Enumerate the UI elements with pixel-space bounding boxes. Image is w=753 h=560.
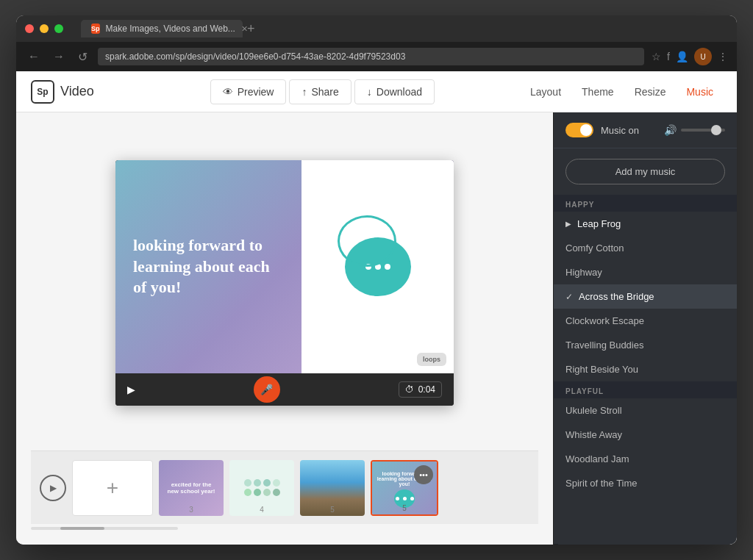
nav-forward-button[interactable]: → — [50, 49, 68, 65]
music-on-label: Music on — [601, 125, 639, 136]
video-slide-right: ⇄ — [301, 160, 454, 373]
video-controls: ▶ 🎤 ⏱ 0:04 — [115, 373, 454, 406]
add-music-button[interactable]: Add my music — [565, 159, 725, 184]
play-indicator-icon: ▶ — [565, 220, 571, 228]
title-bar: Sp Make Images, Videos and Web... ✕ + — [16, 15, 737, 42]
bookmark-icon[interactable]: ☆ — [652, 51, 661, 62]
music-toggle[interactable] — [565, 123, 593, 137]
add-slide-button[interactable]: + — [72, 460, 153, 516]
category-playful: PLAYFUL — [554, 381, 737, 398]
browser-tab[interactable]: Sp Make Images, Videos and Web... ✕ — [81, 20, 243, 37]
slide-more-button[interactable]: ••• — [414, 465, 433, 484]
tab-area: Sp Make Images, Videos and Web... ✕ + — [81, 20, 728, 37]
app-logo: Sp Video — [31, 80, 94, 104]
browser-window: Sp Make Images, Videos and Web... ✕ + ← … — [16, 15, 737, 545]
nav-refresh-button[interactable]: ↺ — [75, 49, 90, 65]
music-panel-scrollbar[interactable] — [554, 544, 558, 545]
nav-theme[interactable]: Theme — [573, 80, 623, 104]
tab-label: Make Images, Videos and Web... — [106, 24, 235, 34]
video-play-button[interactable]: ▶ — [127, 384, 135, 395]
music-item-ukulele-stroll[interactable]: Ukulele Stroll — [554, 398, 737, 423]
music-list: HAPPY ▶ Leap Frog Comfy Cotton Highway — [554, 195, 737, 544]
app-title: Video — [60, 84, 94, 99]
header-nav: Layout Theme Resize Music — [521, 80, 722, 104]
nav-layout[interactable]: Layout — [521, 80, 570, 104]
menu-icon[interactable]: ⋮ — [718, 51, 728, 62]
timeline-scrollbar[interactable] — [31, 527, 178, 530]
music-item-label: Ukulele Stroll — [565, 405, 622, 416]
header-actions: 👁 Preview ↑ Share ↓ Download — [124, 79, 521, 104]
music-item-label: Travelling Buddies — [565, 340, 643, 351]
address-actions: ☆ f 👤 U ⋮ — [652, 48, 728, 65]
volume-slider[interactable] — [681, 129, 725, 132]
video-slide-text: looking forward to learning about each o… — [133, 235, 284, 298]
music-item-label: Right Beside You — [565, 364, 638, 375]
download-icon: ↓ — [367, 86, 372, 98]
nav-resize[interactable]: Resize — [626, 80, 675, 104]
time-display: ⏱ 0:04 — [399, 381, 442, 398]
check-indicator-icon: ✓ — [565, 292, 573, 302]
preview-icon: 👁 — [223, 86, 233, 98]
music-item-leap-frog[interactable]: ▶ Leap Frog — [554, 212, 737, 236]
music-item-right-beside-you[interactable]: Right Beside You — [554, 357, 737, 381]
add-icon: + — [107, 476, 118, 500]
clock-icon: ⏱ — [405, 384, 414, 395]
timeline: ▶ + excited for the new school year! 3 — [31, 450, 538, 524]
mic-button[interactable]: 🎤 — [254, 376, 280, 403]
music-item-clockwork-escape[interactable]: Clockwork Escape — [554, 309, 737, 333]
music-item-label: Comfy Cotton — [565, 243, 624, 254]
music-item-label: Across the Bridge — [579, 291, 654, 302]
chat-bubble-outline — [338, 215, 396, 267]
music-item-label: Highway — [565, 267, 602, 278]
volume-control: 🔊 — [664, 124, 725, 136]
facebook-icon[interactable]: f — [667, 51, 670, 62]
volume-icon: 🔊 — [664, 124, 677, 136]
music-item-woodland-jam[interactable]: Woodland Jam — [554, 447, 737, 471]
mic-icon: 🎤 — [260, 384, 273, 395]
chat-bubble-container — [345, 237, 411, 296]
close-window-button[interactable] — [25, 24, 34, 33]
music-item-highway[interactable]: Highway — [554, 260, 737, 284]
music-panel: Music on 🔊 Add my music HAPPY — [553, 112, 737, 545]
address-input[interactable] — [98, 48, 644, 65]
timeline-slide-current[interactable]: looking forward to learning about each o… — [371, 460, 438, 516]
timeline-slide-5[interactable]: 5 — [300, 460, 365, 516]
app-area: Sp Video 👁 Preview ↑ Share ↓ Download La… — [16, 71, 737, 545]
download-button[interactable]: ↓ Download — [354, 79, 435, 104]
sp-logo-icon: Sp — [31, 80, 54, 104]
share-label: Share — [311, 86, 338, 98]
music-item-label: Leap Frog — [577, 218, 621, 229]
video-frame: looking forward to learning about each o… — [115, 160, 454, 373]
share-button[interactable]: ↑ Share — [289, 79, 351, 104]
new-tab-button[interactable]: + — [247, 21, 255, 37]
maximize-window-button[interactable] — [54, 24, 63, 33]
video-slide-text-area: looking forward to learning about each o… — [115, 160, 301, 373]
nav-music[interactable]: Music — [677, 80, 722, 104]
timeline-play-icon: ▶ — [50, 483, 57, 493]
music-item-across-bridge[interactable]: ✓ Across the Bridge — [554, 284, 737, 309]
download-label: Download — [376, 86, 422, 98]
tab-favicon-icon: Sp — [91, 24, 100, 34]
music-item-travelling-buddies[interactable]: Travelling Buddies — [554, 333, 737, 357]
loopy-badge: loops — [417, 353, 446, 366]
user-avatar[interactable]: U — [694, 48, 712, 65]
music-item-comfy-cotton[interactable]: Comfy Cotton — [554, 236, 737, 260]
slide-3-text: excited for the new school year! — [165, 481, 218, 495]
music-item-label: Spirit of the Time — [565, 478, 638, 489]
timeline-play-button[interactable]: ▶ — [40, 475, 66, 501]
preview-label: Preview — [238, 86, 274, 98]
slide-5-number: 5 — [330, 506, 335, 514]
account-icon[interactable]: 👤 — [676, 51, 688, 62]
preview-button[interactable]: 👁 Preview — [210, 79, 287, 104]
volume-slider-thumb — [711, 125, 721, 135]
timeline-area: ▶ + excited for the new school year! 3 — [31, 450, 538, 530]
timeline-slide-3[interactable]: excited for the new school year! 3 — [159, 460, 224, 516]
more-icon: ••• — [419, 470, 428, 479]
share-icon: ↑ — [301, 86, 307, 98]
nav-back-button[interactable]: ← — [25, 49, 43, 65]
minimize-window-button[interactable] — [40, 24, 49, 33]
music-item-spirit-of-the-time[interactable]: Spirit of the Time — [554, 471, 737, 495]
timeline-slide-4[interactable]: 4 — [229, 460, 294, 516]
music-item-whistle-away[interactable]: Whistle Away — [554, 423, 737, 447]
app-header: Sp Video 👁 Preview ↑ Share ↓ Download La… — [16, 71, 737, 112]
